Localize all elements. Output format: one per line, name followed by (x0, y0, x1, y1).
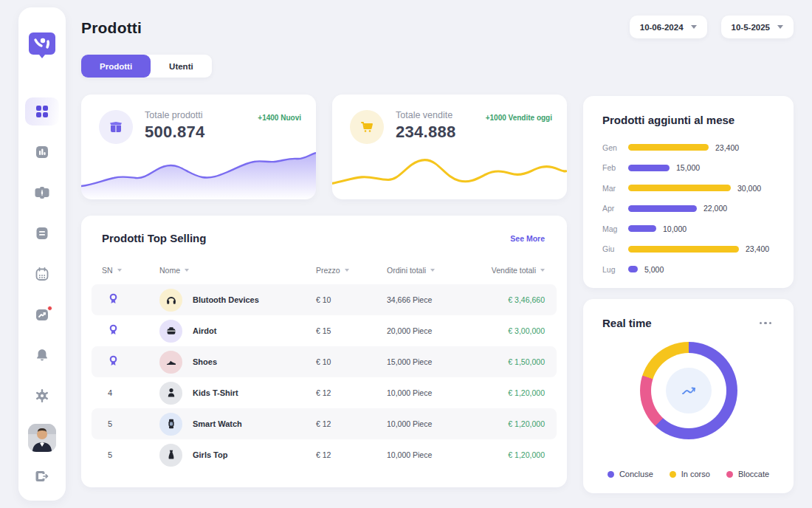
monthly-products-card: Prodotti aggiunti al mese Gen 23,400 Feb… (583, 96, 794, 288)
date-to-select[interactable]: 10-5-2025 (721, 16, 794, 38)
bar-row: Mag 10,000 (602, 225, 774, 232)
legend-dot (670, 471, 676, 478)
bar-category: Giu (602, 244, 622, 253)
sort-icon (345, 269, 349, 272)
product-avatar (159, 413, 182, 436)
bar[interactable] (628, 225, 656, 232)
product-orders: 10,000 Piece (387, 388, 481, 397)
product-price: € 10 (316, 357, 387, 366)
bar-category: Gen (602, 143, 622, 152)
bar-row: Gen 23,400 (602, 144, 774, 151)
logout-button[interactable] (30, 465, 55, 487)
bar-value: 15,000 (676, 163, 700, 172)
bar[interactable] (628, 246, 739, 253)
legend-concluse[interactable]: Concluse (608, 470, 653, 478)
column-sn[interactable]: SN (102, 266, 159, 275)
bar[interactable] (628, 144, 709, 151)
bar-category: Mag (602, 224, 622, 233)
sidebar-nav (25, 97, 59, 410)
user-avatar[interactable] (28, 424, 56, 452)
bar[interactable] (628, 266, 638, 272)
top-selling-card: Prodotti Top Selling See More SN Nome Pr… (81, 216, 567, 487)
bar-value: 5,000 (644, 265, 664, 274)
rank-medal-icon (108, 292, 119, 306)
bar[interactable] (628, 185, 731, 191)
sort-icon (117, 269, 122, 272)
table-row[interactable]: 5 Girls Top € 12 10,000 Piece € 1,20,000 (92, 439, 557, 470)
chevron-down-icon (691, 25, 697, 29)
table-row[interactable]: Blutooth Devices € 10 34,666 Piece € 3,4… (92, 284, 557, 315)
vendite-sparkline (332, 148, 567, 190)
see-more-link[interactable]: See More (510, 234, 545, 243)
monthly-chart-title: Prodotti aggiunti al mese (602, 114, 774, 126)
chevron-down-icon (777, 25, 783, 29)
sidebar-item-wallet[interactable] (25, 179, 59, 207)
sidebar-item-dashboard[interactable] (25, 97, 59, 126)
legend-dot (726, 471, 733, 478)
realtime-donut-chart (640, 342, 737, 439)
sidebar-item-calendar[interactable] (25, 260, 59, 288)
product-sales: € 1,20,000 (481, 450, 545, 459)
table-row[interactable]: Airdot € 15 20,000 Piece € 3,00,000 (92, 315, 557, 346)
stat-value: 234.888 (396, 123, 456, 142)
bar[interactable] (628, 165, 670, 171)
column-nome[interactable]: Nome (159, 266, 316, 275)
date-from-select[interactable]: 10-06-2024 (630, 16, 707, 38)
product-orders: 34,666 Piece (387, 295, 481, 304)
rank-number: 5 (108, 450, 112, 459)
sidebar-item-settings[interactable] (25, 382, 59, 410)
table-row[interactable]: 5 Smart Watch € 12 10,000 Piece (92, 408, 557, 439)
bar-row: Feb 15,000 (602, 165, 774, 171)
realtime-donut[interactable] (640, 342, 737, 439)
more-options-icon[interactable] (757, 319, 775, 328)
product-name: Girls Top (193, 450, 227, 459)
bar-value: 30,000 (737, 184, 761, 193)
wallet-icon (34, 185, 50, 200)
column-prezzo[interactable]: Prezzo (316, 266, 387, 275)
tab-prodotti[interactable]: Prodotti (81, 55, 151, 78)
legend-in-corso[interactable]: In corso (670, 470, 710, 478)
product-avatar (159, 382, 182, 405)
sidebar-item-orders[interactable] (25, 219, 59, 247)
rank-number: 5 (108, 419, 112, 428)
product-price: € 15 (316, 326, 387, 335)
prodotti-sparkline (81, 152, 316, 199)
product-sales: € 1,20,000 (481, 419, 545, 428)
stat-badge: +1400 Nuovi (258, 114, 301, 122)
sparkline-line (332, 159, 567, 183)
table-row[interactable]: Shoes € 10 15,000 Piece € 1,50,000 (92, 346, 557, 377)
page-title: Prodotti (81, 19, 142, 37)
table-row[interactable]: 4 Kids T-Shirt € 12 10,000 Piece € 1,20,… (92, 377, 557, 408)
column-ordini[interactable]: Ordini totali (387, 266, 481, 275)
tab-utenti[interactable]: Utenti (151, 55, 212, 78)
product-avatar (159, 320, 182, 343)
bar-category: Feb (602, 163, 622, 172)
product-sales: € 1,20,000 (481, 388, 545, 397)
sidebar (18, 7, 66, 501)
legend-bloccate[interactable]: Bloccate (726, 470, 769, 478)
cart-icon-circle (350, 110, 384, 144)
sidebar-item-notifications[interactable] (25, 341, 59, 369)
date-from-value: 10-06-2024 (640, 23, 684, 32)
product-price: € 12 (316, 450, 387, 459)
donut-center-chip (666, 368, 712, 413)
app-logo[interactable] (27, 30, 57, 59)
package-icon-circle (99, 110, 133, 144)
rank-medal-icon (108, 354, 119, 368)
dress-icon (165, 449, 177, 461)
product-name: Airdot (193, 326, 216, 335)
donut-legend: Concluse In corso Bloccate (583, 470, 794, 478)
sort-icon (540, 269, 545, 272)
column-vendite[interactable]: Vendite totali (481, 266, 545, 275)
trend-up-icon (679, 381, 698, 400)
totale-vendite-card: Totale vendite 234.888 +1000 Vendite ogg… (332, 95, 567, 199)
sidebar-item-analytics[interactable] (25, 138, 59, 166)
watch-icon (165, 418, 177, 430)
bar-category: Apr (602, 204, 622, 213)
view-tabs: Prodotti Utenti (81, 55, 212, 78)
legend-dot (608, 471, 614, 478)
sidebar-item-activity[interactable] (25, 301, 59, 329)
bar[interactable] (628, 205, 697, 212)
dashboard-page: Prodotti 10-06-2024 10-5-2025 Prodotti U… (0, 0, 812, 508)
date-to-value: 10-5-2025 (732, 23, 770, 32)
